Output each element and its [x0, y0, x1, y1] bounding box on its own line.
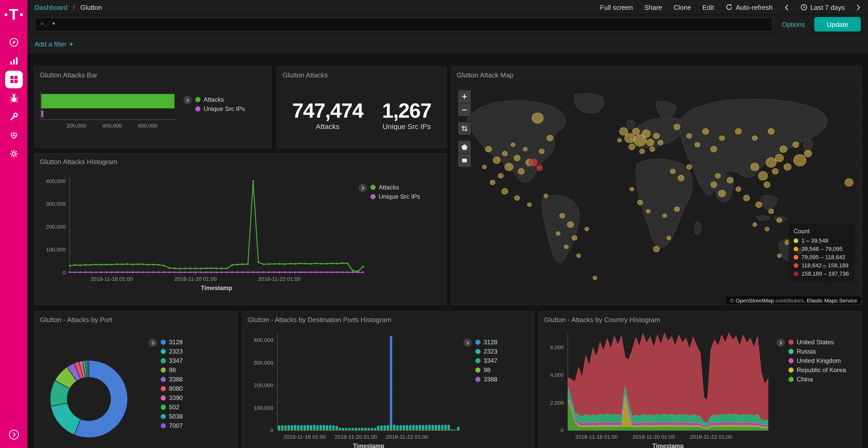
logo-dot-left	[5, 13, 7, 16]
legend-color-dot	[195, 106, 200, 111]
legend-item[interactable]: Attacks	[370, 183, 420, 192]
nav-management[interactable]	[5, 145, 23, 163]
legend-label: Republic of Korea	[797, 367, 846, 374]
legend-item[interactable]: 3347	[475, 356, 497, 366]
legend-item[interactable]: 2323	[475, 347, 497, 356]
openstreetmap-link[interactable]: OpenStreetMap	[736, 297, 774, 304]
fit-data-bounds-button[interactable]	[458, 122, 471, 135]
nav-visualize[interactable]	[5, 52, 23, 70]
attacks-by-port-donut-chart[interactable]	[48, 358, 130, 440]
legend-item[interactable]: 98	[161, 366, 183, 375]
panel-title: Glutton Attacks Bar	[40, 71, 266, 79]
legend-item[interactable]: 3347	[161, 356, 183, 366]
legend-item[interactable]: Russia	[788, 347, 846, 356]
clone-button[interactable]: Clone	[674, 3, 691, 11]
world-map[interactable]: Count 1 – 39,54839,548 – 79,09579,095 – …	[452, 82, 861, 305]
legend-item[interactable]: 2323	[161, 347, 183, 356]
legend-toggle-button[interactable]	[463, 339, 472, 347]
legend-item[interactable]: 98	[475, 366, 497, 375]
chart-legend: AttacksUnique Src IPs	[183, 95, 245, 113]
legend-item[interactable]: United Kingdom	[788, 356, 846, 366]
legend-label: 3128	[484, 339, 497, 346]
legend-item[interactable]: 1 – 39,548	[794, 236, 849, 245]
update-button[interactable]: Update	[814, 17, 861, 32]
elastic-maps-service-link[interactable]: Elastic Maps Service	[807, 297, 857, 304]
add-filter-label: Add a filter	[35, 40, 67, 48]
legend-item[interactable]: 158,189 – 197,736	[794, 269, 849, 278]
legend-items: United StatesRussiaUnited KingdomRepubli…	[788, 338, 846, 384]
time-range-label: Last 7 days	[810, 3, 845, 11]
legend-item[interactable]: 502	[161, 403, 183, 412]
legend-item[interactable]: China	[788, 375, 846, 384]
legend-toggle-button[interactable]	[359, 184, 367, 192]
time-forward-button[interactable]	[856, 4, 861, 10]
add-filter-link[interactable]: Add a filter +	[35, 40, 73, 48]
filter-bar: Add a filter +	[27, 34, 868, 55]
legend-toggle-button[interactable]	[149, 339, 157, 347]
svg-text:200,000: 200,000	[46, 224, 66, 230]
panel-attacks-histogram: Glutton Attacks Histogram 0100,000200,00…	[34, 153, 446, 305]
panel-attack-map: Glutton Attack Map	[451, 67, 862, 305]
draw-rectangle-button[interactable]	[458, 154, 471, 167]
edit-button[interactable]: Edit	[703, 3, 714, 11]
legend-item[interactable]: Attacks	[195, 95, 245, 104]
nav-monitoring[interactable]	[5, 127, 23, 144]
legend-item[interactable]: 3128	[161, 338, 183, 347]
time-back-button[interactable]	[784, 4, 789, 10]
chevron-right-icon	[778, 340, 783, 346]
zoom-out-button[interactable]	[458, 103, 471, 117]
time-picker-button[interactable]: Last 7 days	[800, 3, 845, 11]
map-legend-items: 1 – 39,54839,548 – 79,09579,095 – 118,64…	[794, 236, 849, 278]
breadcrumb-dashboard-link[interactable]: Dashboard	[35, 3, 67, 11]
legend-item[interactable]: 3128	[475, 338, 497, 347]
query-options-link[interactable]: Options	[782, 21, 805, 28]
legend-item[interactable]: Republic of Korea	[788, 366, 846, 375]
zoom-in-button[interactable]	[458, 90, 471, 103]
destination-ports-histogram-chart[interactable]: 0100,000200,000300,000400,0002018-11-18 …	[245, 327, 465, 448]
legend-item[interactable]: 39,548 – 79,095	[794, 245, 849, 253]
attacks-bar-chart[interactable]: 200,000400,000600,000	[38, 90, 182, 134]
legend-toggle-button[interactable]	[183, 96, 192, 104]
sidebar-collapse-button[interactable]	[8, 429, 20, 442]
legend-label: 5038	[169, 413, 183, 420]
legend-item[interactable]: 3388	[161, 375, 183, 384]
legend-label: 2323	[169, 348, 183, 355]
legend-color-dot	[788, 349, 794, 354]
svg-text:0: 0	[63, 269, 66, 275]
attacks-histogram-chart[interactable]: 0100,000200,000300,000400,0002018-11-18 …	[40, 171, 370, 298]
share-button[interactable]: Share	[644, 3, 662, 11]
auto-refresh-button[interactable]: Auto-refresh	[725, 3, 773, 11]
chevron-right-icon	[856, 4, 861, 10]
svg-text:200,000: 200,000	[67, 123, 86, 129]
draw-polygon-button[interactable]	[458, 140, 471, 154]
legend-item[interactable]: 3388	[475, 375, 497, 384]
legend-item[interactable]: Unique Src IPs	[195, 104, 245, 113]
query-input[interactable]: >_ *	[35, 17, 773, 31]
legend-item[interactable]: 5038	[161, 412, 183, 421]
nav-discover[interactable]	[5, 34, 23, 51]
country-histogram-chart[interactable]: 02,0004,0006,0002018-11-18 01:002018-11-…	[542, 327, 774, 448]
legend-color-dot	[161, 423, 166, 428]
legend-toggle-button[interactable]	[777, 339, 785, 347]
legend-item[interactable]: Unique Src IPs	[370, 192, 420, 201]
svg-text:100,000: 100,000	[254, 405, 273, 411]
legend-item[interactable]: United States	[788, 338, 846, 347]
legend-item[interactable]: 8080	[161, 384, 183, 393]
legend-item[interactable]: 118,642 – 158,189	[794, 261, 849, 269]
nav-devtools[interactable]	[5, 108, 23, 126]
svg-text:6,000: 6,000	[550, 344, 564, 350]
svg-text:Timestamp: Timestamp	[201, 285, 232, 291]
legend-item[interactable]: 79,095 – 118,642	[794, 253, 849, 261]
top-nav-bar: Dashboard / Glutton Full screen Share Cl…	[27, 0, 868, 15]
fullscreen-button[interactable]: Full screen	[600, 3, 633, 11]
polygon-icon	[461, 143, 468, 151]
legend-color-dot	[475, 340, 480, 345]
map-attribution: © OpenStreetMap contributors, Elastic Ma…	[726, 296, 861, 305]
bug-icon	[8, 93, 19, 103]
nav-bug-app[interactable]	[5, 89, 23, 107]
nav-dashboard[interactable]	[5, 71, 23, 88]
legend-item[interactable]: 7007	[161, 421, 183, 430]
legend-item[interactable]: 3390	[161, 393, 183, 403]
tmobile-logo[interactable]: T	[5, 5, 23, 24]
chevron-right-circle-icon	[8, 429, 20, 440]
